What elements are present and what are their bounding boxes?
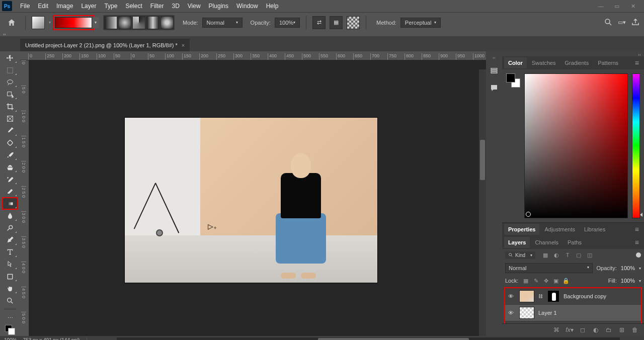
menu-window[interactable]: Window	[232, 1, 262, 12]
move-tool[interactable]	[3, 52, 18, 64]
reverse-gradient-toggle[interactable]: ⇄	[312, 16, 326, 29]
fill-value[interactable]: 100%	[621, 278, 635, 284]
reflected-gradient-button[interactable]	[146, 16, 159, 29]
menu-layer[interactable]: Layer	[77, 1, 100, 12]
document-tab[interactable]: Untitled project-Layer 2 (21).png @ 100%…	[20, 39, 190, 51]
share-button[interactable]	[631, 18, 640, 28]
menu-help[interactable]: Help	[262, 1, 283, 12]
minimize-button[interactable]: —	[596, 3, 606, 10]
angle-gradient-button[interactable]	[132, 16, 145, 29]
crop-tool[interactable]	[3, 101, 18, 112]
filter-pixel-icon[interactable]: ▩	[541, 251, 549, 259]
layer-link-icon[interactable]: ⛓	[538, 294, 543, 299]
color-panel-menu[interactable]: ≡	[632, 59, 642, 67]
hand-tool[interactable]	[3, 283, 18, 294]
horizontal-scrollbar[interactable]	[117, 337, 620, 340]
gradient-swatch-button[interactable]	[32, 16, 45, 29]
radial-gradient-button[interactable]	[118, 16, 131, 29]
layer-opacity-value[interactable]: 100%	[621, 265, 635, 271]
tab-patterns[interactable]: Patterns	[594, 57, 622, 68]
lock-paint-icon[interactable]: ✎	[532, 277, 539, 284]
home-button[interactable]	[4, 15, 19, 30]
type-tool[interactable]	[3, 246, 18, 258]
pen-tool[interactable]	[3, 234, 18, 246]
panel-collapse-button[interactable]: ‹‹	[638, 52, 641, 57]
adjustment-layer-icon[interactable]: ◐	[592, 326, 600, 334]
marquee-tool[interactable]	[3, 64, 18, 76]
vertical-scrollbar[interactable]	[479, 69, 486, 336]
menu-filter[interactable]: Filter	[146, 1, 168, 12]
layer-filter-select[interactable]: Kind▾	[505, 251, 535, 259]
close-button[interactable]: ✕	[628, 3, 638, 10]
color-swatch-tool[interactable]	[3, 324, 18, 336]
doc-info[interactable]: 753 px x 491 px (144 ppi)	[23, 337, 80, 341]
filter-adjustment-icon[interactable]: ◐	[552, 251, 560, 259]
menu-view[interactable]: View	[184, 1, 205, 12]
blend-mode-select[interactable]: Normal▾	[202, 18, 243, 28]
color-field[interactable]	[524, 73, 628, 218]
tab-libraries[interactable]: Libraries	[580, 224, 609, 235]
layer-blend-mode-select[interactable]: Normal▾	[505, 263, 593, 273]
hue-slider[interactable]	[632, 73, 640, 218]
method-select[interactable]: Perceptual▾	[400, 18, 441, 28]
edit-toolbar-button[interactable]: ⋯	[3, 312, 18, 324]
lock-transparency-icon[interactable]: ▦	[522, 277, 529, 284]
gradient-preset-dropdown[interactable]: ▾	[92, 17, 99, 28]
layer-thumbnail[interactable]	[519, 290, 534, 302]
menu-plugins[interactable]: Plugins	[205, 1, 232, 12]
layer-mask-icon[interactable]: ◻	[579, 326, 587, 334]
layer-mask-thumb[interactable]	[547, 290, 559, 302]
lock-artboard-icon[interactable]: ▣	[552, 277, 559, 284]
tab-channels[interactable]: Channels	[531, 237, 562, 248]
tab-properties[interactable]: Properties	[504, 224, 539, 235]
brush-tool[interactable]	[3, 149, 18, 161]
doc-info-arrow[interactable]: 〉	[86, 336, 91, 340]
ruler-vertical[interactable]: 05 01 0 01 5 02 0 02 5 03 0 03 5 04 0 04…	[20, 60, 29, 336]
fg-bg-swatch[interactable]	[506, 73, 520, 88]
gradient-tool[interactable]	[3, 198, 18, 209]
new-layer-icon[interactable]: ⊞	[618, 326, 626, 334]
tab-color[interactable]: Color	[504, 57, 527, 68]
opacity-input[interactable]: 100%▾	[275, 18, 300, 28]
ruler-horizontal[interactable]: 0250200150100500501001502002503003504004…	[20, 51, 486, 60]
layers-panel-menu[interactable]: ≡	[632, 238, 642, 246]
gradient-editor-button[interactable]	[55, 17, 92, 28]
filter-smart-icon[interactable]: ◫	[586, 251, 594, 259]
tab-layers[interactable]: Layers	[504, 237, 530, 248]
layer-fx-icon[interactable]: fx▾	[566, 326, 574, 334]
shape-tool[interactable]	[3, 271, 18, 282]
layer-item[interactable]: 👁⛓Background copy	[505, 288, 641, 305]
visibility-toggle[interactable]: 👁	[508, 293, 515, 299]
workspace-switcher[interactable]: ▭▾	[618, 19, 626, 26]
path-selection-tool[interactable]	[3, 259, 18, 270]
properties-panel-menu[interactable]: ≡	[632, 225, 642, 233]
eraser-tool[interactable]	[3, 186, 18, 197]
layer-group-icon[interactable]: 🗀	[605, 326, 613, 334]
tab-close-button[interactable]: ×	[182, 42, 185, 48]
zoom-level[interactable]: 100%	[4, 337, 17, 341]
lasso-tool[interactable]	[3, 76, 18, 88]
tab-adjustments[interactable]: Adjustments	[540, 224, 579, 235]
healing-tool[interactable]	[3, 137, 18, 149]
visibility-toggle[interactable]: 👁	[508, 310, 515, 316]
toolbar-expand[interactable]: ››	[0, 32, 644, 36]
zoom-tool[interactable]	[3, 295, 18, 306]
linear-gradient-button[interactable]	[104, 16, 117, 29]
menu-type[interactable]: Type	[100, 1, 121, 12]
clone-stamp-tool[interactable]	[3, 161, 18, 173]
link-layers-icon[interactable]: ⌘	[552, 326, 560, 334]
dither-toggle[interactable]: ▦	[330, 16, 343, 29]
history-panel-icon[interactable]	[488, 64, 501, 77]
filter-type-icon[interactable]: T	[564, 251, 572, 259]
blur-tool[interactable]	[3, 210, 18, 221]
layer-name[interactable]: Layer 1	[538, 310, 638, 316]
frame-tool[interactable]	[3, 113, 18, 125]
maximize-button[interactable]: ▭	[612, 3, 622, 10]
tab-paths[interactable]: Paths	[564, 237, 586, 248]
search-icon[interactable]	[604, 18, 613, 28]
canvas-viewport[interactable]: ▷₊	[29, 60, 486, 336]
lock-position-icon[interactable]: ✥	[542, 277, 549, 284]
layer-item[interactable]: 👁Layer 1	[505, 305, 641, 321]
layer-name[interactable]: Background copy	[564, 293, 638, 299]
comments-panel-icon[interactable]	[488, 81, 501, 95]
